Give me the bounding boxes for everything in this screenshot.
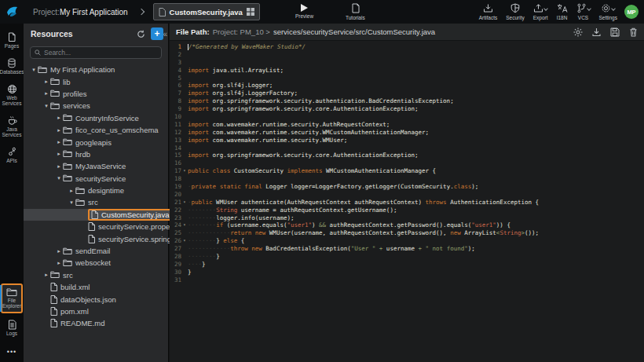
fold-toggle-icon[interactable]: ▾ [181,199,188,207]
code-line[interactable]: 5 [170,75,644,82]
code-line[interactable]: 19·private static final Logger logger=Lo… [170,183,644,191]
tree-item-profiles[interactable]: ▸profiles [24,88,168,100]
chevron-right-icon[interactable]: ▸ [55,139,63,145]
code-line[interactable]: 7import org.slf4j.LoggerFactory; [170,90,644,97]
vcs-button[interactable]: VCS [576,3,591,20]
code-line[interactable]: 26▾········} else { [170,237,644,245]
code-line[interactable]: 21▾·public WMUser authenticate(AuthReque… [170,199,644,207]
tab-customsecurity-java[interactable]: CustomSecurity.java [153,3,260,20]
artifacts-button[interactable]: Artifacts [479,3,497,20]
chevron-down-icon[interactable]: ▾ [42,103,50,109]
tree-item-customsecurity-java[interactable]: CustomSecurity.java [24,209,168,221]
chevron-right-icon[interactable]: ▸ [55,248,63,254]
tree-item-googleapis[interactable]: ▸googleapis [24,136,168,148]
chevron-right-icon[interactable]: ▸ [55,127,63,133]
tree-item-my-first-application[interactable]: ▾My First Application [24,64,168,75]
chevron-down-icon[interactable]: ▾ [30,67,38,73]
code-line[interactable]: 3 [170,59,644,67]
code-line[interactable]: 6import org.slf4j.Logger; [170,82,644,90]
editor-settings-gear-icon[interactable] [573,27,583,37]
code-line[interactable]: 12import com.wavemaker.runtime.security.… [170,129,644,137]
tree-item-dataobjects-json[interactable]: dataObjects.json [24,293,168,305]
i18n-button[interactable]: I18N [557,3,568,20]
chevron-right-icon[interactable]: ▸ [55,260,63,266]
tree-item-securityservice[interactable]: ▾securityService [24,173,168,185]
tree-item-build-xml[interactable]: build.xml [24,281,168,293]
more-options-button[interactable]: ••• [7,348,16,356]
code-line[interactable]: 9import org.springframework.security.cor… [170,105,644,113]
sidebar-item-databases[interactable]: Databases [1,56,23,78]
code-line[interactable]: 1/*Generated by WaveMaker Studio*/ [170,43,644,51]
code-line[interactable]: 23········logger.info(username); [170,214,644,222]
sidebar-item-logs[interactable]: Logs [1,317,23,339]
chevron-down-icon[interactable]: ▾ [68,199,75,206]
chevron-right-icon[interactable]: ▸ [55,163,63,170]
sidebar-item-apis[interactable]: APIs [1,144,23,166]
code-line[interactable]: 4import java.util.ArrayList; [170,67,644,75]
chevron-right-icon[interactable]: ▸ [55,115,63,121]
tree-item-securityservice-properties[interactable]: securityService.properties [24,221,168,232]
tree-item-websocket[interactable]: ▸websocket [24,257,168,269]
search-input[interactable] [44,49,157,57]
download-file-icon[interactable] [592,27,601,37]
tree-item-countryinfoservice[interactable]: ▸CountryInfoService [24,112,168,124]
chevron-right-icon[interactable]: ▸ [42,272,50,278]
tree-item-sendemail[interactable]: ▸sendEmail [24,245,168,257]
fold-toggle-icon[interactable]: ▾ [181,167,188,175]
fold-toggle-icon[interactable]: ▾ [181,237,188,245]
chevron-right-icon[interactable]: ▸ [68,188,75,194]
delete-file-icon[interactable] [629,27,638,37]
tree-item-myjavaservice[interactable]: ▸MyJavaService [24,160,168,172]
sidebar-item-web-services[interactable]: Web Services [1,82,23,109]
code-line[interactable]: 15import org.springframework.security.co… [170,152,644,159]
code-line[interactable]: 17▾public class CustomSecurity implement… [170,167,644,175]
tree-item-pom-xml[interactable]: pom.xml [24,305,168,317]
tree-item-src[interactable]: ▾src [24,196,168,208]
preview-button[interactable]: Preview [295,3,313,19]
code-line[interactable]: 31 [170,276,644,284]
code-line[interactable]: 24▾········if (username.equals("user1") … [170,221,644,229]
chevron-right-icon[interactable]: ▸ [42,79,50,85]
code-line[interactable]: 13import com.wavemaker.runtime.security.… [170,137,644,144]
add-resource-button[interactable]: + [151,27,163,40]
tree-item-src[interactable]: ▸src [24,269,168,281]
collapse-panel-button[interactable]: « [163,30,167,38]
code-line[interactable]: 16 [170,159,644,167]
chevron-right-icon[interactable]: ▸ [55,151,63,157]
tree-item-services[interactable]: ▾services [24,100,168,112]
settings-button[interactable]: Settings [599,3,618,20]
code-line[interactable]: 22········String username = authRequestC… [170,207,644,214]
refresh-icon[interactable] [134,27,147,40]
chevron-right-icon[interactable]: ▸ [42,90,50,97]
code-line[interactable]: 27············throw new BadCredentialsEx… [170,245,644,253]
tree-item-securityservice-spring-xml[interactable]: securityService.spring.xml [24,232,168,244]
code-line[interactable]: 25············return new WMUser(username… [170,229,644,237]
code-line[interactable]: 14 [170,144,644,152]
dashboard-grid-icon[interactable] [247,8,254,16]
resource-search[interactable] [30,46,162,59]
chevron-down-icon[interactable]: ▾ [55,175,63,181]
code-line[interactable]: 28········} [170,253,644,261]
code-line[interactable]: 11import com.wavemaker.runtime.security.… [170,121,644,129]
tree-item-hrdb[interactable]: ▸hrdb [24,148,168,160]
wavemaker-logo[interactable] [0,0,25,24]
code-line[interactable]: 10 [170,113,644,121]
user-avatar[interactable]: MP [624,5,639,19]
fold-toggle-icon[interactable]: ▾ [181,221,188,229]
save-file-icon[interactable] [610,27,620,37]
tutorials-button[interactable]: Tutorials [346,3,365,20]
code-line[interactable]: 30} [170,269,644,276]
tree-item-designtime[interactable]: ▸designtime [24,185,168,196]
code-line[interactable]: 20 [170,191,644,199]
tree-item-readme-md[interactable]: README.md [24,317,168,329]
sidebar-item-file-explorer[interactable]: File Explorer [1,283,23,313]
sidebar-item-pages[interactable]: Pages [1,30,23,52]
code-line[interactable]: 18 [170,175,644,183]
code-line[interactable]: 29····} [170,261,644,269]
code-line[interactable]: 2 [170,51,644,59]
code-content[interactable]: 1/*Generated by WaveMaker Studio*/234imp… [170,41,644,284]
security-button[interactable]: Security [506,3,524,20]
sidebar-item-java-services[interactable]: Java Services [1,113,23,141]
code-line[interactable]: 8import org.springframework.security.aut… [170,97,644,105]
tree-item-fico-core-us-omschema[interactable]: ▸fico_core_us_omschema [24,124,168,136]
